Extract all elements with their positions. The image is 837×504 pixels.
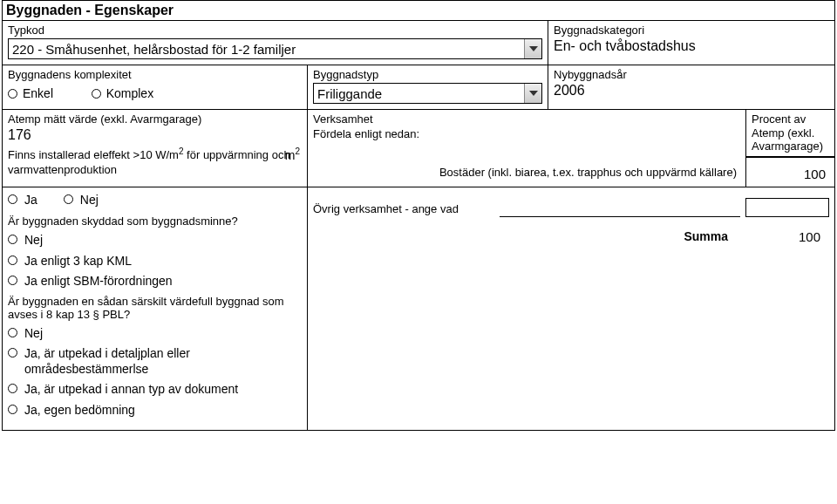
radio-skyddad-nej-label: Nej bbox=[24, 233, 43, 249]
radio-pbl-nej-label: Nej bbox=[24, 326, 43, 342]
radio-pbl-egen-label: Ja, egen bedömning bbox=[24, 403, 135, 419]
kategori-label: Byggnadskategori bbox=[554, 24, 829, 37]
radio-pbl-nej[interactable]: Nej bbox=[8, 326, 302, 342]
radio-skyddad-kml-label: Ja enligt 3 kap KML bbox=[24, 254, 132, 269]
ovrig-percent-input[interactable] bbox=[745, 198, 829, 217]
radio-komplex[interactable]: Komplex bbox=[92, 86, 153, 100]
radio-pbl-annan-label: Ja, är utpekad i annan typ av dokument bbox=[24, 382, 238, 398]
radio-enkel-label: Enkel bbox=[23, 86, 53, 100]
radio-skyddad-sbm-label: Ja enligt SBM-förordningen bbox=[24, 274, 173, 289]
radio-pbl-egen[interactable]: Ja, egen bedömning bbox=[8, 403, 302, 419]
komplexitet-label: Byggnadens komplexitet bbox=[8, 68, 302, 81]
typkod-select[interactable]: 220 - Småhusenhet, helårsbostad för 1-2 … bbox=[8, 38, 542, 59]
atemp-value: 176 bbox=[8, 127, 302, 143]
ovrig-label: Övrig verksamhet - ange vad bbox=[313, 202, 496, 217]
verksamhet-sublabel: Fördela enligt nedan: bbox=[313, 127, 419, 140]
atemp-unit: m2 bbox=[285, 146, 300, 162]
chevron-down-icon[interactable] bbox=[524, 84, 541, 103]
verksamhet-label: Verksamhet bbox=[313, 112, 419, 126]
radio-heat-nej-label: Nej bbox=[80, 193, 99, 208]
skyddad-question: Är byggnaden skyddad som byggnadsminne? bbox=[8, 215, 302, 228]
radio-icon bbox=[8, 384, 17, 393]
nybyggnadsar-label: Nybyggnadsår bbox=[554, 68, 829, 81]
radio-icon bbox=[8, 328, 17, 337]
typkod-value: 220 - Småhusenhet, helårsbostad för 1-2 … bbox=[12, 42, 296, 57]
radio-icon bbox=[8, 348, 17, 358]
atemp-label: Atemp mätt värde (exkl. Avarmgarage) bbox=[8, 112, 302, 126]
radio-skyddad-sbm[interactable]: Ja enligt SBM-förordningen bbox=[8, 274, 302, 289]
installed-heat-question: Finns installerad eleffekt >10 W/m2 för … bbox=[8, 146, 302, 177]
radio-skyddad-kml[interactable]: Ja enligt 3 kap KML bbox=[8, 254, 302, 269]
radio-pbl-detaljplan-label: Ja, är utpekad i detaljplan eller område… bbox=[24, 346, 302, 377]
ovrig-text-input[interactable] bbox=[500, 198, 740, 217]
radio-icon bbox=[8, 89, 17, 99]
radio-enkel[interactable]: Enkel bbox=[8, 86, 53, 100]
row-bostader-value: 100 bbox=[745, 157, 834, 187]
radio-heat-ja-label: Ja bbox=[24, 193, 37, 208]
nybyggnadsar-value: 2006 bbox=[554, 83, 829, 99]
radio-pbl-annan[interactable]: Ja, är utpekad i annan typ av dokument bbox=[8, 382, 302, 398]
radio-heat-ja[interactable]: Ja bbox=[8, 193, 37, 208]
percent-header: Procent av Atemp (exkl. Avarmgarage) bbox=[745, 110, 834, 157]
summa-label: Summa bbox=[684, 229, 728, 243]
radio-icon bbox=[8, 194, 17, 204]
radio-icon bbox=[8, 255, 17, 265]
radio-icon bbox=[8, 235, 17, 244]
radio-icon bbox=[8, 405, 17, 414]
row-bostader-label: Bostäder (inkl. biarea, t.ex. trapphus o… bbox=[308, 157, 745, 187]
radio-icon bbox=[92, 89, 101, 99]
radio-icon bbox=[64, 194, 73, 204]
radio-icon bbox=[8, 276, 17, 285]
byggnadstyp-value: Friliggande bbox=[317, 86, 382, 101]
section-header: Byggnaden - Egenskaper bbox=[3, 1, 834, 21]
byggnadstyp-label: Byggnadstyp bbox=[313, 68, 542, 81]
byggnadstyp-select[interactable]: Friliggande bbox=[313, 83, 542, 104]
summa-value: 100 bbox=[745, 229, 829, 244]
typkod-label: Typkod bbox=[8, 24, 542, 37]
radio-pbl-detaljplan[interactable]: Ja, är utpekad i detaljplan eller område… bbox=[8, 346, 302, 377]
radio-komplex-label: Komplex bbox=[106, 86, 153, 100]
kategori-value: En- och tvåbostadshus bbox=[554, 38, 829, 54]
chevron-down-icon[interactable] bbox=[524, 39, 541, 58]
radio-skyddad-nej[interactable]: Nej bbox=[8, 233, 302, 249]
radio-heat-nej[interactable]: Nej bbox=[64, 193, 99, 208]
pbl-question: Är byggnaden en sådan särskilt värdefull… bbox=[8, 295, 302, 321]
